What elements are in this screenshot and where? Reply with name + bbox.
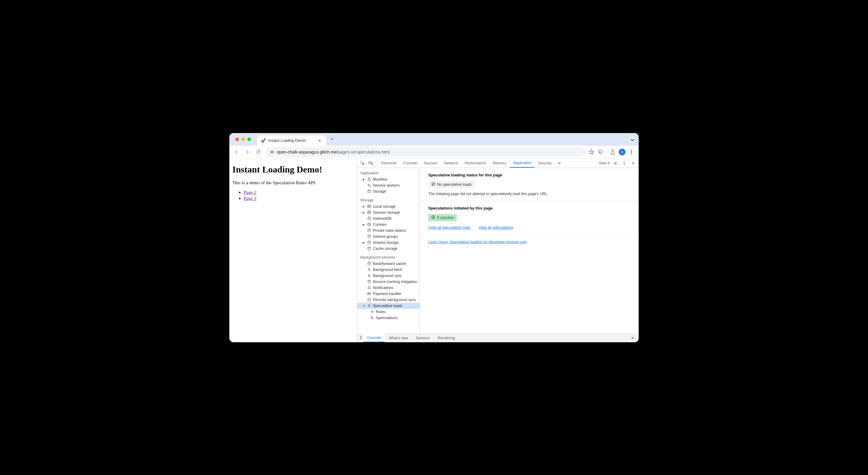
svg-point-13 bbox=[624, 164, 624, 165]
devtools-tab-bar: Elements Console Sources Network Perform… bbox=[357, 159, 639, 168]
close-devtools-icon[interactable] bbox=[630, 159, 637, 167]
target-selector[interactable]: Main ▾ bbox=[599, 161, 610, 165]
inspect-icon[interactable] bbox=[359, 159, 366, 167]
svg-point-15 bbox=[369, 185, 370, 186]
sidebar-item-private-state-tokens[interactable]: Private state tokens bbox=[357, 228, 420, 234]
file-icon bbox=[367, 177, 371, 181]
page-link[interactable]: Page 3 bbox=[244, 196, 256, 201]
sidebar-item-payment-handler[interactable]: Payment handler bbox=[357, 291, 420, 297]
more-tabs-icon[interactable] bbox=[555, 159, 562, 167]
db-icon bbox=[367, 262, 371, 266]
svg-rect-9 bbox=[371, 162, 372, 165]
svg-rect-29 bbox=[368, 293, 371, 295]
close-icon[interactable]: ✕ bbox=[317, 138, 323, 143]
page-heading: Instant Loading Demo! bbox=[232, 165, 354, 175]
back-button[interactable] bbox=[232, 147, 241, 157]
traffic-lights bbox=[232, 138, 255, 141]
card-icon bbox=[367, 292, 371, 296]
kebab-icon[interactable] bbox=[621, 159, 628, 167]
browser-window: 🚀 Instant Loading Demo! ✕ + open-chalk-a… bbox=[229, 133, 639, 342]
separator: · bbox=[474, 226, 475, 230]
tab-console[interactable]: Console bbox=[400, 159, 420, 168]
close-drawer-icon[interactable]: ✕ bbox=[628, 336, 637, 340]
learn-more-link[interactable]: Learn more: Speculative loading on devel… bbox=[428, 240, 527, 244]
tab-elements[interactable]: Elements bbox=[378, 159, 400, 168]
drawer-tab-whatsnew[interactable]: What's new bbox=[385, 334, 412, 342]
updown-icon bbox=[370, 316, 374, 320]
svg-point-20 bbox=[368, 223, 371, 226]
device-toggle-icon[interactable] bbox=[367, 159, 374, 167]
menu-icon[interactable] bbox=[628, 149, 634, 155]
drawer-tab-sensors[interactable]: Sensors bbox=[412, 334, 433, 342]
updown-icon bbox=[370, 310, 374, 314]
tab-network[interactable]: Network bbox=[441, 159, 461, 168]
initiated-heading: Speculations initiated by this page bbox=[428, 206, 630, 210]
sidebar-item-service-workers[interactable]: Service workers bbox=[357, 182, 420, 188]
url-bar[interactable]: open-chalk-asparagus.glitch.me/page1-url… bbox=[266, 147, 585, 157]
sidebar-item-periodic-sync[interactable]: Periodic background sync bbox=[357, 297, 420, 303]
sidebar-item-interest-groups[interactable]: Interest groups bbox=[357, 234, 420, 240]
sidebar-item-cookies[interactable]: ▶Cookies bbox=[357, 221, 420, 228]
svg-rect-2 bbox=[271, 153, 272, 153]
tab-bar: 🚀 Instant Loading Demo! ✕ + bbox=[229, 133, 639, 146]
sidebar-item-rules[interactable]: Rules bbox=[357, 309, 420, 315]
sidebar-item-shared-storage[interactable]: ▶Shared storage bbox=[357, 240, 420, 246]
rocket-icon: 🚀 bbox=[261, 138, 266, 143]
svg-point-22 bbox=[369, 225, 370, 225]
drawer-tab-console[interactable]: Console bbox=[364, 334, 385, 342]
star-icon[interactable] bbox=[588, 149, 594, 155]
cogs-icon bbox=[367, 183, 371, 187]
learn-more-section: Learn more: Speculative loading on devel… bbox=[420, 235, 639, 249]
reload-button[interactable] bbox=[253, 147, 263, 157]
svg-point-21 bbox=[368, 224, 369, 224]
sidebar-item-indexeddb[interactable]: IndexedDB bbox=[357, 215, 420, 221]
page-link[interactable]: Page 2 bbox=[244, 190, 256, 195]
sidebar-item-bfcache[interactable]: Back/forward cache bbox=[357, 261, 420, 267]
updown-icon bbox=[367, 304, 371, 308]
db-icon bbox=[367, 246, 371, 251]
avatar[interactable]: B bbox=[619, 149, 625, 155]
status-chip: No speculative loads bbox=[428, 181, 475, 188]
forward-button[interactable] bbox=[243, 147, 252, 157]
gear-icon[interactable] bbox=[612, 159, 619, 167]
initiated-section: Speculations initiated by this page 2 su… bbox=[420, 201, 639, 235]
site-info-icon[interactable] bbox=[270, 150, 275, 154]
sidebar-item-background-fetch[interactable]: Background fetch bbox=[357, 267, 420, 273]
extensions-icon[interactable] bbox=[597, 149, 603, 155]
window-maximize-button[interactable] bbox=[247, 138, 251, 141]
sidebar-item-storage[interactable]: Storage bbox=[357, 188, 420, 195]
sidebar-item-manifest[interactable]: ▶Manifest bbox=[357, 176, 420, 182]
tab-performance[interactable]: Performance bbox=[462, 159, 489, 168]
sidebar-item-background-sync[interactable]: Background sync bbox=[357, 273, 420, 279]
page-content: Instant Loading Demo! This is a demo of … bbox=[229, 159, 357, 342]
sidebar-item-cache-storage[interactable]: Cache storage bbox=[357, 246, 420, 251]
view-speculations-link[interactable]: View all speculations bbox=[478, 226, 514, 230]
sidebar-item-local-storage[interactable]: ▶Local storage bbox=[357, 204, 420, 209]
list-item: Page 3 bbox=[244, 196, 354, 201]
sidebar-item-speculative-loads[interactable]: ▼Speculative loads bbox=[357, 303, 420, 309]
tab-security[interactable]: Security bbox=[535, 159, 555, 168]
sidebar-item-bounce-tracking[interactable]: Bounce tracking mitigation bbox=[357, 279, 420, 285]
sidebar-item-notifications[interactable]: Notifications bbox=[357, 285, 420, 291]
flask-icon[interactable] bbox=[610, 149, 616, 155]
sidebar-item-session-storage[interactable]: ▶Session storage bbox=[357, 209, 420, 215]
tab-memory[interactable]: Memory bbox=[490, 159, 509, 168]
window-close-button[interactable] bbox=[235, 138, 239, 141]
view-rules-link[interactable]: View all speculation rules bbox=[428, 226, 470, 230]
sidebar-group-storage: Storage bbox=[357, 197, 420, 204]
add-tab-button[interactable]: + bbox=[328, 136, 337, 142]
tab-sources[interactable]: Sources bbox=[421, 159, 441, 168]
tab-title: Instant Loading Demo! bbox=[268, 139, 314, 143]
sidebar-item-speculations[interactable]: Speculations bbox=[357, 315, 420, 321]
tabs-dropdown-button[interactable] bbox=[629, 137, 636, 143]
svg-point-16 bbox=[368, 190, 370, 191]
window-minimize-button[interactable] bbox=[241, 138, 245, 141]
svg-point-27 bbox=[368, 262, 370, 263]
tab-application[interactable]: Application bbox=[510, 159, 534, 168]
drawer-tab-rendering[interactable]: Rendering bbox=[434, 334, 459, 342]
drawer-menu-icon[interactable] bbox=[359, 336, 363, 340]
devtools-panel: Elements Console Sources Network Perform… bbox=[357, 159, 639, 342]
browser-tab[interactable]: 🚀 Instant Loading Demo! ✕ bbox=[257, 136, 326, 146]
db-icon bbox=[367, 189, 371, 194]
table-icon bbox=[367, 204, 371, 209]
